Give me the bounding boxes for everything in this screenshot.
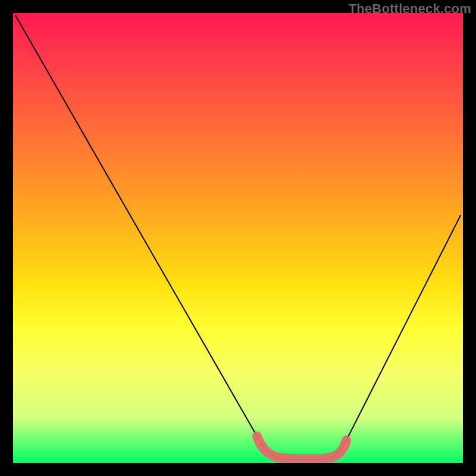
chart-plot-area xyxy=(13,13,463,463)
chart-frame: TheBottleneck.com xyxy=(0,0,476,476)
chart-svg xyxy=(13,13,463,463)
watermark-text: TheBottleneck.com xyxy=(349,1,471,17)
bottleneck-curve xyxy=(15,15,461,459)
highlight-band xyxy=(257,436,346,459)
